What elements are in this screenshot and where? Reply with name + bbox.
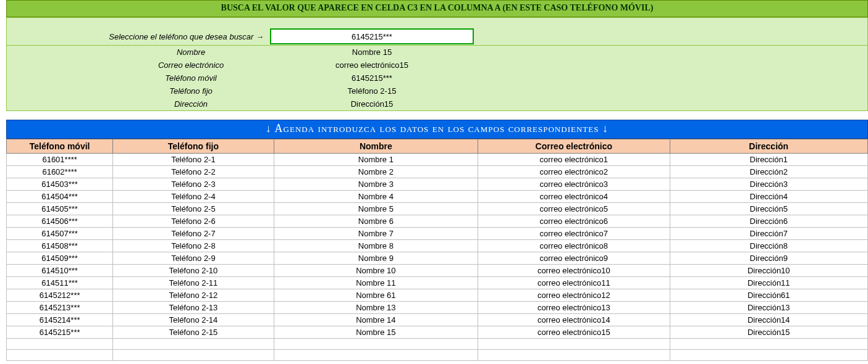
table-cell[interactable]: Teléfono 2-7 bbox=[113, 228, 274, 240]
table-row: 614505***Teléfono 2-5Nombre 5correo elec… bbox=[7, 203, 868, 215]
table-cell[interactable]: Nombre 9 bbox=[274, 252, 478, 265]
table-cell[interactable]: Teléfono 2-3 bbox=[113, 178, 274, 191]
table-cell[interactable]: Nombre 61 bbox=[274, 289, 478, 302]
table-cell[interactable]: correo electrónico10 bbox=[478, 265, 670, 277]
lookup-value: Teléfono 2-15 bbox=[270, 86, 474, 96]
table-cell[interactable]: 6145213*** bbox=[7, 302, 113, 314]
table-cell[interactable]: 614507*** bbox=[7, 228, 113, 240]
table-cell[interactable]: Teléfono 2-9 bbox=[113, 252, 274, 265]
table-cell[interactable]: Nombre 8 bbox=[274, 240, 478, 252]
table-cell[interactable] bbox=[478, 350, 670, 361]
table-cell[interactable]: Dirección15 bbox=[670, 326, 868, 339]
search-input-wrap[interactable] bbox=[270, 28, 474, 44]
table-cell[interactable]: correo electrónico5 bbox=[478, 203, 670, 215]
table-cell[interactable]: Teléfono 2-2 bbox=[113, 166, 274, 178]
table-cell[interactable]: Teléfono 2-8 bbox=[113, 240, 274, 252]
table-cell[interactable]: Teléfono 2-13 bbox=[113, 302, 274, 314]
table-cell[interactable]: Teléfono 2-5 bbox=[113, 203, 274, 215]
table-cell[interactable]: correo electrónico7 bbox=[478, 228, 670, 240]
table-cell[interactable] bbox=[274, 350, 478, 361]
table-cell[interactable] bbox=[113, 339, 274, 350]
table-cell[interactable]: correo electrónico4 bbox=[478, 191, 670, 203]
table-cell[interactable] bbox=[274, 339, 478, 350]
table-cell[interactable] bbox=[478, 339, 670, 350]
table-cell[interactable]: 6145215*** bbox=[7, 326, 113, 339]
table-cell[interactable] bbox=[670, 339, 868, 350]
table-cell[interactable]: Nombre 13 bbox=[274, 302, 478, 314]
table-cell[interactable]: Nombre 14 bbox=[274, 314, 478, 326]
table-cell[interactable]: Nombre 6 bbox=[274, 215, 478, 228]
table-cell[interactable]: 614510*** bbox=[7, 265, 113, 277]
table-cell[interactable]: Dirección5 bbox=[670, 203, 868, 215]
table-cell[interactable]: Dirección13 bbox=[670, 302, 868, 314]
table-cell[interactable]: Dirección9 bbox=[670, 252, 868, 265]
table-cell[interactable]: Teléfono 2-12 bbox=[113, 289, 274, 302]
table-cell[interactable]: Teléfono 2-1 bbox=[113, 154, 274, 166]
table-cell[interactable]: Teléfono 2-6 bbox=[113, 215, 274, 228]
column-header[interactable]: Nombre bbox=[274, 139, 478, 154]
column-header[interactable]: Teléfono móvil bbox=[7, 139, 113, 154]
table-cell[interactable]: Dirección2 bbox=[670, 166, 868, 178]
table-cell[interactable]: Dirección4 bbox=[670, 191, 868, 203]
table-cell[interactable]: correo electrónico9 bbox=[478, 252, 670, 265]
table-cell[interactable]: Nombre 10 bbox=[274, 265, 478, 277]
lookup-row: DirecciónDirección15 bbox=[7, 97, 867, 110]
table-cell[interactable]: correo electrónico8 bbox=[478, 240, 670, 252]
table-cell[interactable]: Nombre 4 bbox=[274, 191, 478, 203]
table-cell[interactable]: Dirección11 bbox=[670, 277, 868, 289]
table-row: 6145214***Teléfono 2-14Nombre 14correo e… bbox=[7, 314, 868, 326]
table-cell[interactable]: Teléfono 2-10 bbox=[113, 265, 274, 277]
search-input[interactable] bbox=[271, 31, 473, 42]
table-cell[interactable]: 61602**** bbox=[7, 166, 113, 178]
table-cell[interactable]: correo electrónico15 bbox=[478, 326, 670, 339]
table-cell[interactable]: correo electrónico2 bbox=[478, 166, 670, 178]
table-cell[interactable]: Nombre 2 bbox=[274, 166, 478, 178]
table-cell[interactable]: correo electrónico3 bbox=[478, 178, 670, 191]
table-cell[interactable]: correo electrónico13 bbox=[478, 302, 670, 314]
table-cell[interactable]: 614508*** bbox=[7, 240, 113, 252]
column-header[interactable]: Correo electrónico bbox=[478, 139, 670, 154]
table-cell[interactable]: Nombre 1 bbox=[274, 154, 478, 166]
column-header[interactable]: Teléfono fijo bbox=[113, 139, 274, 154]
table-cell[interactable]: 614506*** bbox=[7, 215, 113, 228]
table-cell[interactable] bbox=[7, 350, 113, 361]
table-cell[interactable]: Nombre 11 bbox=[274, 277, 478, 289]
table-cell[interactable] bbox=[7, 339, 113, 350]
column-header[interactable]: Dirección bbox=[670, 139, 868, 154]
table-cell[interactable]: 614503*** bbox=[7, 178, 113, 191]
table-cell[interactable]: correo electrónico11 bbox=[478, 277, 670, 289]
table-cell[interactable]: correo electrónico6 bbox=[478, 215, 670, 228]
table-cell[interactable]: Teléfono 2-11 bbox=[113, 277, 274, 289]
table-cell[interactable]: Nombre 15 bbox=[274, 326, 478, 339]
table-cell[interactable]: 61601**** bbox=[7, 154, 113, 166]
table-cell[interactable]: Dirección6 bbox=[670, 215, 868, 228]
table-cell[interactable]: 614505*** bbox=[7, 203, 113, 215]
table-cell[interactable]: Dirección8 bbox=[670, 240, 868, 252]
table-cell[interactable]: 6145212*** bbox=[7, 289, 113, 302]
table-cell[interactable]: Teléfono 2-15 bbox=[113, 326, 274, 339]
table-cell[interactable] bbox=[113, 350, 274, 361]
table-cell[interactable]: 614504*** bbox=[7, 191, 113, 203]
table-cell[interactable]: Dirección10 bbox=[670, 265, 868, 277]
table-cell[interactable]: Teléfono 2-4 bbox=[113, 191, 274, 203]
table-cell[interactable]: Nombre 7 bbox=[274, 228, 478, 240]
table-cell[interactable]: Nombre 5 bbox=[274, 203, 478, 215]
table-cell[interactable]: Dirección61 bbox=[670, 289, 868, 302]
table-cell[interactable] bbox=[670, 350, 868, 361]
table-cell[interactable]: 6145214*** bbox=[7, 314, 113, 326]
table-cell[interactable]: Nombre 3 bbox=[274, 178, 478, 191]
table-cell[interactable]: Teléfono 2-14 bbox=[113, 314, 274, 326]
table-cell[interactable]: Dirección1 bbox=[670, 154, 868, 166]
table-cell[interactable]: Dirección7 bbox=[670, 228, 868, 240]
table-row bbox=[7, 339, 868, 350]
table-cell[interactable]: correo electrónico14 bbox=[478, 314, 670, 326]
table-row: 614507***Teléfono 2-7Nombre 7correo elec… bbox=[7, 228, 868, 240]
table-cell[interactable]: 614511*** bbox=[7, 277, 113, 289]
table-cell[interactable]: Dirección3 bbox=[670, 178, 868, 191]
table-row: 61602****Teléfono 2-2Nombre 2correo elec… bbox=[7, 166, 868, 178]
lookup-label: Nombre bbox=[7, 48, 270, 57]
table-cell[interactable]: correo electrónico12 bbox=[478, 289, 670, 302]
table-cell[interactable]: Dirección14 bbox=[670, 314, 868, 326]
table-cell[interactable]: correo electrónico1 bbox=[478, 154, 670, 166]
table-cell[interactable]: 614509*** bbox=[7, 252, 113, 265]
